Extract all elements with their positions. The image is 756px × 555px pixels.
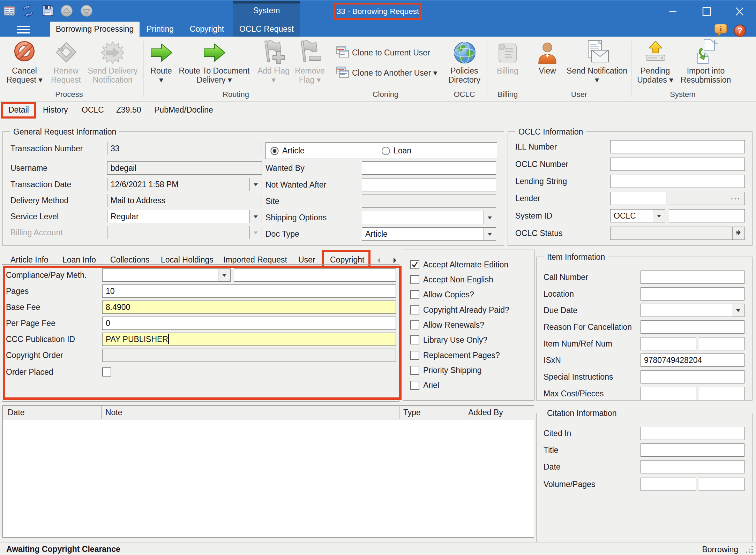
svg-text:i: i [720,24,722,33]
svg-text:?: ? [738,26,743,35]
